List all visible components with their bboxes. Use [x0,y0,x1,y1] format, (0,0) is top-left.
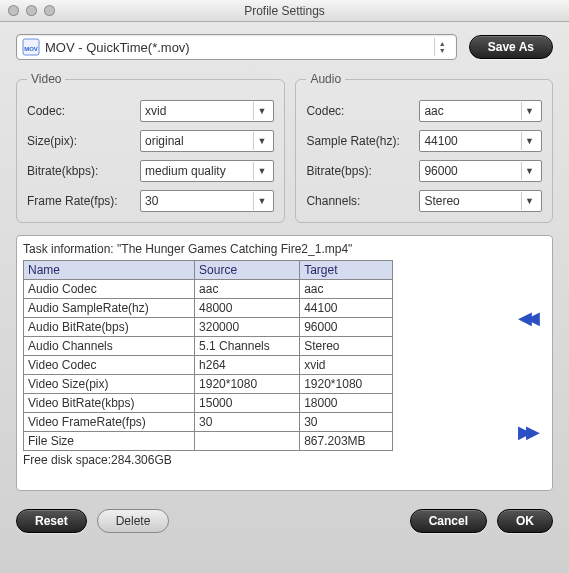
cell-source: aac [195,280,300,299]
table-row: File Size867.203MB [24,432,393,451]
cell-source: 30 [195,413,300,432]
cell-target: 18000 [300,394,393,413]
zoom-window-button[interactable] [44,5,55,16]
chevron-down-icon: ▼ [253,162,269,180]
video-bitrate-select[interactable]: medium quality ▼ [140,160,274,182]
task-info-box: Task information: "The Hunger Games Catc… [16,235,553,491]
col-name: Name [24,261,195,280]
cell-target: xvid [300,356,393,375]
table-row: Video BitRate(kbps)1500018000 [24,394,393,413]
table-row: Audio Codecaacaac [24,280,393,299]
audio-bitrate-select[interactable]: 96000 ▼ [419,160,542,182]
ok-button[interactable]: OK [497,509,553,533]
video-fps-value: 30 [145,194,253,208]
updown-icon: ▲▼ [434,38,450,56]
video-fps-select[interactable]: 30 ▼ [140,190,274,212]
cell-target: 96000 [300,318,393,337]
video-fps-label: Frame Rate(fps): [27,194,132,208]
titlebar: Profile Settings [0,0,569,22]
profile-select-value: MOV - QuickTime(*.mov) [41,40,434,55]
cell-name: Video Size(pix) [24,375,195,394]
cell-target: 44100 [300,299,393,318]
audio-ch-value: Stereo [424,194,521,208]
svg-text:MOV: MOV [24,46,38,52]
cell-target: Stereo [300,337,393,356]
cell-source: 48000 [195,299,300,318]
cell-target: 867.203MB [300,432,393,451]
cell-name: Audio Channels [24,337,195,356]
video-codec-value: xvid [145,104,253,118]
cell-name: Video Codec [24,356,195,375]
audio-ch-select[interactable]: Stereo ▼ [419,190,542,212]
cell-source: 15000 [195,394,300,413]
save-as-button[interactable]: Save As [469,35,553,59]
audio-codec-value: aac [424,104,521,118]
audio-bitrate-label: Bitrate(bps): [306,164,411,178]
task-info-title: Task information: "The Hunger Games Catc… [23,242,546,256]
cell-target: 30 [300,413,393,432]
video-size-label: Size(pix): [27,134,132,148]
cell-target: 1920*1080 [300,375,393,394]
cell-name: File Size [24,432,195,451]
chevron-down-icon: ▼ [253,102,269,120]
mov-format-icon: MOV [21,37,41,57]
audio-legend: Audio [306,72,345,86]
audio-sr-value: 44100 [424,134,521,148]
video-bitrate-value: medium quality [145,164,253,178]
delete-button[interactable]: Delete [97,509,170,533]
video-size-value: original [145,134,253,148]
cell-source [195,432,300,451]
audio-bitrate-value: 96000 [424,164,521,178]
cancel-button[interactable]: Cancel [410,509,487,533]
video-codec-select[interactable]: xvid ▼ [140,100,274,122]
table-row: Video FrameRate(fps)3030 [24,413,393,432]
audio-sr-label: Sample Rate(hz): [306,134,411,148]
col-target: Target [300,261,393,280]
table-row: Audio SampleRate(hz)4800044100 [24,299,393,318]
table-row: Audio BitRate(bps)32000096000 [24,318,393,337]
chevron-down-icon: ▼ [521,192,537,210]
cell-name: Video BitRate(kbps) [24,394,195,413]
col-source: Source [195,261,300,280]
chevron-down-icon: ▼ [521,162,537,180]
chevron-down-icon: ▼ [253,192,269,210]
video-bitrate-label: Bitrate(kbps): [27,164,132,178]
next-task-button[interactable]: ▶▶ [512,420,540,444]
prev-task-button[interactable]: ◀◀ [512,306,540,330]
free-disk-space: Free disk space:284.306GB [23,453,546,467]
video-legend: Video [27,72,65,86]
minimize-window-button[interactable] [26,5,37,16]
chevron-down-icon: ▼ [521,102,537,120]
audio-ch-label: Channels: [306,194,411,208]
task-info-table: Name Source Target Audio CodecaacaacAudi… [23,260,393,451]
chevron-down-icon: ▼ [521,132,537,150]
video-size-select[interactable]: original ▼ [140,130,274,152]
table-row: Audio Channels5.1 ChannelsStereo [24,337,393,356]
window-title: Profile Settings [0,4,569,18]
close-window-button[interactable] [8,5,19,16]
audio-sr-select[interactable]: 44100 ▼ [419,130,542,152]
audio-codec-label: Codec: [306,104,411,118]
cell-source: 1920*1080 [195,375,300,394]
cell-target: aac [300,280,393,299]
table-row: Video Codech264xvid [24,356,393,375]
cell-name: Video FrameRate(fps) [24,413,195,432]
cell-source: 320000 [195,318,300,337]
audio-codec-select[interactable]: aac ▼ [419,100,542,122]
video-panel: Video Codec: xvid ▼ Size(pix): original … [16,72,285,223]
cell-name: Audio BitRate(bps) [24,318,195,337]
cell-source: 5.1 Channels [195,337,300,356]
chevron-down-icon: ▼ [253,132,269,150]
cell-name: Audio SampleRate(hz) [24,299,195,318]
audio-panel: Audio Codec: aac ▼ Sample Rate(hz): 4410… [295,72,553,223]
reset-button[interactable]: Reset [16,509,87,533]
cell-source: h264 [195,356,300,375]
table-row: Video Size(pix)1920*10801920*1080 [24,375,393,394]
video-codec-label: Codec: [27,104,132,118]
cell-name: Audio Codec [24,280,195,299]
profile-select[interactable]: MOV MOV - QuickTime(*.mov) ▲▼ [16,34,457,60]
